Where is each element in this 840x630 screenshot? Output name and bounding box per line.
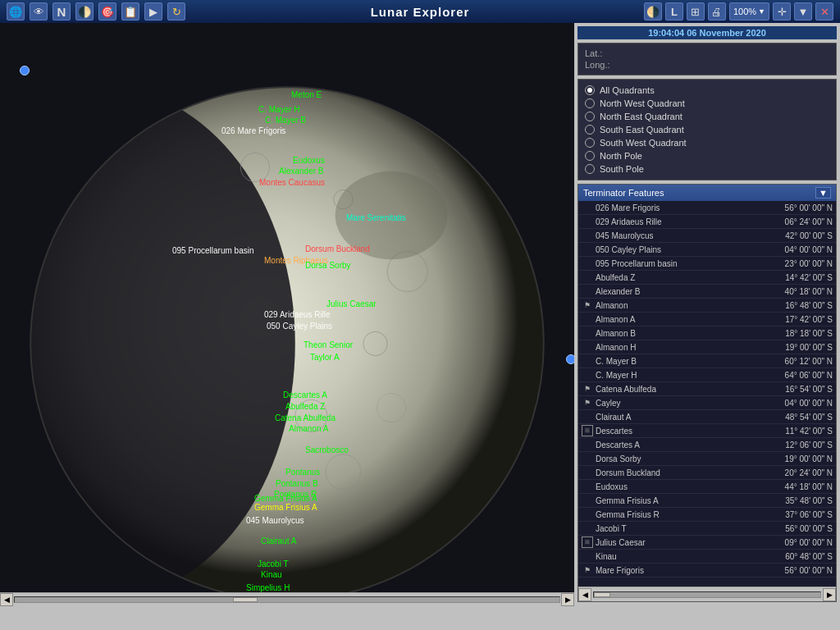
title-bar: 🌐 👁 N 🌓 🎯 📋 ▶ ↻ Lunar Explorer 🌗 L ⊞ 🖨 1… bbox=[0, 0, 840, 23]
main-area: Meton E C. Mayer H C. Mayer B 026 Mare F… bbox=[0, 23, 840, 605]
feature-row[interactable]: 050 Cayley Plains 04° 00' 00" N bbox=[578, 243, 836, 257]
right-panel: 19:04:04 06 November 2020 Lat.: Long.: A… bbox=[574, 23, 840, 605]
feature-coord: 14° 42' 00" S bbox=[759, 273, 833, 282]
feature-row[interactable]: 029 Aridaeus Rille 06° 24' 00" N bbox=[578, 215, 836, 229]
moon-view[interactable]: Meton E C. Mayer H C. Mayer B 026 Mare F… bbox=[0, 23, 574, 592]
l-icon[interactable]: L bbox=[665, 2, 683, 21]
features-dropdown-arrow[interactable]: ▼ bbox=[815, 187, 831, 199]
feature-coord: 17° 42' 00" S bbox=[759, 315, 833, 324]
scroll-right-btn[interactable]: ▶ bbox=[561, 593, 574, 606]
feature-row[interactable]: Clairaut A 48° 54' 00" S bbox=[578, 410, 836, 424]
status-bar: 19:04:04 06 November 2020 bbox=[578, 26, 837, 39]
play-icon[interactable]: ▶ bbox=[144, 2, 162, 21]
radio-se[interactable]: South East Quadrant bbox=[585, 124, 829, 135]
radio-ne-dot[interactable] bbox=[585, 112, 595, 121]
radio-nw-dot[interactable] bbox=[585, 98, 595, 108]
scroll-thumb[interactable] bbox=[233, 597, 258, 602]
feature-row[interactable]: Almanon B 18° 18' 00" S bbox=[578, 326, 836, 340]
flag-icon: ⚑ bbox=[582, 299, 593, 311]
scroll-down-btn[interactable]: ▶ bbox=[823, 588, 836, 601]
feature-row[interactable]: 045 Maurolycus 42° 00' 00" S bbox=[578, 229, 836, 243]
radio-np[interactable]: North Pole bbox=[585, 150, 829, 162]
feature-row[interactable]: ⚑ Cayley 04° 00' 00" N bbox=[578, 396, 836, 410]
print-icon[interactable]: 🖨 bbox=[708, 2, 726, 21]
feature-coord: 18° 18' 00" S bbox=[759, 329, 833, 338]
lat-row: Lat.: bbox=[585, 48, 829, 58]
radio-sw-dot[interactable] bbox=[585, 138, 595, 148]
h-scroll-thumb[interactable] bbox=[594, 592, 610, 597]
scroll-track[interactable] bbox=[14, 596, 560, 603]
radio-sp-dot[interactable] bbox=[585, 164, 595, 174]
app-title: Lunar Explorer bbox=[371, 5, 470, 19]
nav-dot-right[interactable] bbox=[566, 354, 574, 364]
moon-icon[interactable]: 🌓 bbox=[75, 2, 94, 21]
info-icon[interactable]: 📋 bbox=[121, 2, 139, 21]
feature-row[interactable]: Descartes A 12° 06' 00" S bbox=[578, 438, 836, 452]
h-scrollbar: ◀ ▶ bbox=[0, 592, 574, 605]
features-table[interactable]: 026 Mare Frigoris 56° 00' 00" N 029 Arid… bbox=[578, 201, 836, 587]
feature-row[interactable]: Kinau 60° 48' 00" S bbox=[578, 550, 836, 564]
feature-row[interactable]: Jacobi T 56° 00' 00" S bbox=[578, 522, 836, 536]
feature-coord: 48° 54' 00" S bbox=[759, 413, 833, 422]
feature-row[interactable]: Alexander B 40° 18' 00" N bbox=[578, 285, 836, 299]
scroll-up-btn[interactable]: ◀ bbox=[578, 588, 591, 601]
grid-icon[interactable]: ⊞ bbox=[687, 2, 705, 21]
feature-name: C. Mayer H bbox=[596, 371, 759, 380]
feature-name: Dorsa Sorby bbox=[596, 454, 759, 463]
close-icon[interactable]: ✕ bbox=[815, 2, 833, 21]
feature-row[interactable]: ⚑ Almanon 16° 48' 00" S bbox=[578, 299, 836, 313]
crosshair-icon[interactable]: ✛ bbox=[773, 2, 791, 21]
radio-sw[interactable]: South West Quadrant bbox=[585, 137, 829, 148]
radio-se-dot[interactable] bbox=[585, 125, 595, 135]
feature-coord: 19° 00' 00" S bbox=[759, 343, 833, 352]
feature-row[interactable]: 095 Procellarum basin 23° 00' 00" N bbox=[578, 257, 836, 271]
nav-dot-left[interactable] bbox=[20, 66, 30, 75]
radio-all[interactable]: All Quadrants bbox=[585, 84, 829, 96]
expand-icon[interactable]: ▼ bbox=[794, 2, 812, 21]
feature-row[interactable]: 026 Mare Frigoris 56° 00' 00" N bbox=[578, 201, 836, 215]
feature-coord: 56° 00' 00" S bbox=[759, 524, 833, 533]
moon-phase-icon[interactable]: 🌗 bbox=[644, 2, 662, 21]
north-icon[interactable]: N bbox=[52, 2, 71, 21]
feature-row[interactable]: ⚑ Mare Frigoris 56° 00' 00" N bbox=[578, 564, 836, 578]
refresh-icon[interactable]: ↻ bbox=[167, 2, 185, 21]
feature-name: C. Mayer B bbox=[596, 357, 759, 366]
titlebar-right: 🌗 L ⊞ 🖨 100% ▼ ✛ ▼ ✕ bbox=[644, 2, 833, 21]
feature-row[interactable]: Dorsa Sorby 19° 00' 00" N bbox=[578, 452, 836, 466]
feature-name: Almanon H bbox=[596, 343, 759, 352]
feature-row[interactable]: ⊞ Descartes 11° 42' 00" S bbox=[578, 424, 836, 438]
feature-row[interactable]: Gemma Frisius A 35° 48' 00" S bbox=[578, 494, 836, 508]
zoom-control[interactable]: 100% ▼ bbox=[729, 2, 769, 21]
radio-np-dot[interactable] bbox=[585, 151, 595, 161]
globe-icon[interactable]: 🌐 bbox=[7, 2, 25, 21]
h-scroll-track[interactable] bbox=[593, 591, 821, 598]
feature-row[interactable]: Almanon H 19° 00' 00" S bbox=[578, 340, 836, 354]
feature-name: 050 Cayley Plains bbox=[596, 245, 759, 254]
binoculars-icon[interactable]: 👁 bbox=[30, 2, 48, 21]
radio-ne[interactable]: North East Quadrant bbox=[585, 111, 829, 122]
feature-name: Abulfeda Z bbox=[596, 273, 759, 282]
feature-row[interactable]: Gemma Frisius R 37° 06' 00" S bbox=[578, 508, 836, 522]
flag-icon: ⚑ bbox=[582, 397, 593, 409]
feature-name: Eudoxus bbox=[596, 482, 759, 491]
feature-row[interactable]: C. Mayer B 60° 12' 00" N bbox=[578, 354, 836, 368]
feature-row[interactable]: Almanon A 17° 42' 00" S bbox=[578, 313, 836, 326]
target-icon[interactable]: 🎯 bbox=[98, 2, 116, 21]
scroll-left-btn[interactable]: ◀ bbox=[0, 593, 13, 606]
feature-name: Julius Caesar bbox=[596, 538, 759, 547]
feature-row[interactable]: Abulfeda Z 14° 42' 00" S bbox=[578, 271, 836, 285]
radio-nw[interactable]: North West Quadrant bbox=[585, 98, 829, 109]
feature-row[interactable]: ⚑ Catena Abulfeda 16° 54' 00" S bbox=[578, 382, 836, 396]
feature-coord: 19° 00' 00" N bbox=[759, 454, 833, 463]
radio-sp[interactable]: South Pole bbox=[585, 163, 829, 175]
feature-coord: 23° 00' 00" N bbox=[759, 259, 833, 268]
radio-all-dot[interactable] bbox=[585, 85, 595, 95]
feature-row[interactable]: ⊞ Julius Caesar 09° 00' 00" N bbox=[578, 536, 836, 550]
feature-name: Clairaut A bbox=[596, 413, 759, 422]
zoom-dropdown-icon[interactable]: ▼ bbox=[758, 7, 765, 16]
feature-coord: 56° 00' 00" N bbox=[759, 203, 833, 212]
feature-row[interactable]: Dorsum Buckland 20° 24' 00" N bbox=[578, 466, 836, 480]
feature-name: 026 Mare Frigoris bbox=[596, 203, 759, 212]
feature-row[interactable]: Eudoxus 44° 18' 00" N bbox=[578, 480, 836, 494]
feature-row[interactable]: C. Mayer H 64° 06' 00" N bbox=[578, 368, 836, 382]
